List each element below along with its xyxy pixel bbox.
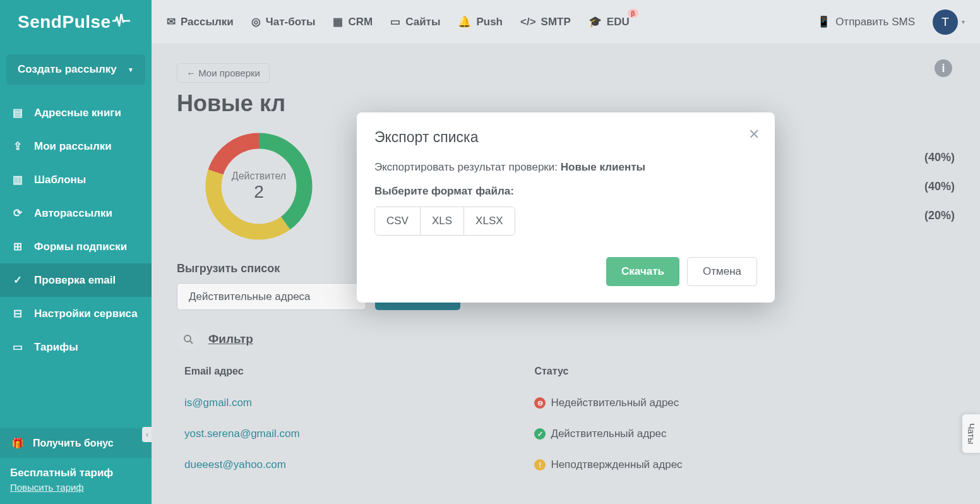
auto-icon: ⟳: [11, 207, 24, 220]
format-xlsx-button[interactable]: XLSX: [463, 207, 514, 235]
content: i ← Мои проверки Новые кл Действител 2: [152, 44, 980, 504]
sidebar-item-label: Проверка email: [34, 274, 116, 287]
plan-name: Бесплатный тариф: [10, 467, 141, 479]
format-xls-button[interactable]: XLS: [420, 207, 463, 235]
check-icon: ✓: [11, 273, 24, 287]
sidebar-item-settings[interactable]: ⊟Настройки сервиса: [0, 297, 152, 330]
sidebar-item-forms[interactable]: ⊞Формы подписки: [0, 230, 152, 263]
modal-description: Экспортировать результат проверки: Новые…: [374, 161, 757, 174]
graduation-icon: 🎓: [589, 15, 602, 28]
cancel-button[interactable]: Отмена: [687, 257, 757, 286]
sidebar-item-label: Авторассылки: [34, 207, 112, 220]
sidebar-item-label: Мои рассылки: [34, 140, 112, 153]
avatar: T: [933, 9, 958, 35]
sidebar-item-label: Адресные книги: [34, 107, 121, 119]
export-modal: Экспорт списка ✕ Экспортировать результа…: [357, 112, 775, 303]
modal-title: Экспорт списка: [374, 129, 757, 146]
sidebar-item-label: Формы подписки: [34, 241, 127, 253]
topbar-push[interactable]: 🔔Push: [458, 15, 503, 28]
window-icon: ▭: [390, 15, 400, 28]
create-campaign-button[interactable]: Создать рассылку ▼: [6, 54, 145, 85]
topbar-crm[interactable]: ▦CRM: [333, 15, 373, 28]
chevron-down-icon: ▼: [128, 66, 134, 73]
plan-box: Бесплатный тариф Повысить тариф: [0, 458, 152, 504]
modal-overlay[interactable]: Экспорт списка ✕ Экспортировать результа…: [152, 44, 980, 504]
settings-icon: ⊟: [11, 307, 24, 320]
grid-icon: ▦: [333, 15, 343, 28]
format-button-group: CSV XLS XLSX: [374, 207, 515, 236]
download-button[interactable]: Скачать: [606, 257, 679, 286]
topbar-edu[interactable]: 🎓EDUβ: [589, 15, 630, 28]
book-icon: ▤: [11, 106, 24, 119]
user-menu[interactable]: T ▾: [933, 9, 965, 35]
envelope-icon: ✉: [167, 15, 176, 28]
tariff-icon: ▭: [11, 340, 24, 354]
pulse-icon: [112, 12, 130, 32]
format-label: Выберите формат файла:: [374, 185, 757, 198]
create-label: Создать рассылку: [18, 63, 117, 76]
topbar-smtp[interactable]: </>SMTP: [520, 16, 571, 28]
topbar-sites[interactable]: ▭Сайты: [390, 15, 440, 28]
gift-icon: 🎁: [11, 437, 24, 449]
sidebar-item-label: Настройки сервиса: [34, 308, 138, 320]
sidebar-item-templates[interactable]: ▥Шаблоны: [0, 163, 152, 196]
sidebar-item-label: Тарифы: [34, 341, 78, 354]
modal-close-button[interactable]: ✕: [748, 126, 760, 143]
bell-icon: 🔔: [458, 15, 471, 28]
sidebar: SendPulse Создать рассылку ▼ ▤Адресные к…: [0, 0, 152, 504]
topbar: ✉Рассылки ◎Чат-боты ▦CRM ▭Сайты 🔔Push </…: [152, 0, 980, 44]
sidebar-item-email-check[interactable]: ✓Проверка email: [0, 263, 152, 297]
main-area: ✉Рассылки ◎Чат-боты ▦CRM ▭Сайты 🔔Push </…: [152, 0, 980, 504]
sidebar-collapse-button[interactable]: ‹: [142, 427, 152, 442]
sidebar-item-automation[interactable]: ⟳Авторассылки: [0, 196, 152, 230]
sidebar-nav: ▤Адресные книги ⇪Мои рассылки ▥Шаблоны ⟳…: [0, 96, 152, 428]
target-icon: ◎: [251, 15, 261, 28]
format-csv-button[interactable]: CSV: [375, 207, 420, 235]
template-icon: ▥: [11, 173, 24, 186]
logo[interactable]: SendPulse: [0, 0, 152, 44]
beta-badge: β: [628, 9, 638, 18]
topbar-chatbots[interactable]: ◎Чат-боты: [251, 15, 316, 28]
brand-text: SendPulse: [18, 12, 111, 32]
form-icon: ⊞: [11, 240, 24, 253]
topbar-campaigns[interactable]: ✉Рассылки: [167, 15, 234, 28]
share-icon: ⇪: [11, 140, 24, 153]
sidebar-item-label: Шаблоны: [34, 174, 86, 186]
phone-icon: 📱: [817, 15, 830, 28]
send-sms-link[interactable]: 📱Отправить SMS: [817, 15, 915, 28]
bonus-button[interactable]: 🎁 Получить бонус: [0, 428, 152, 458]
sidebar-item-tariffs[interactable]: ▭Тарифы: [0, 330, 152, 364]
sidebar-item-address-books[interactable]: ▤Адресные книги: [0, 96, 152, 129]
code-icon: </>: [520, 16, 536, 28]
chevron-down-icon: ▾: [962, 18, 965, 25]
plan-upgrade-link[interactable]: Повысить тариф: [10, 482, 141, 493]
bonus-label: Получить бонус: [33, 438, 114, 449]
sidebar-item-campaigns[interactable]: ⇪Мои рассылки: [0, 129, 152, 163]
